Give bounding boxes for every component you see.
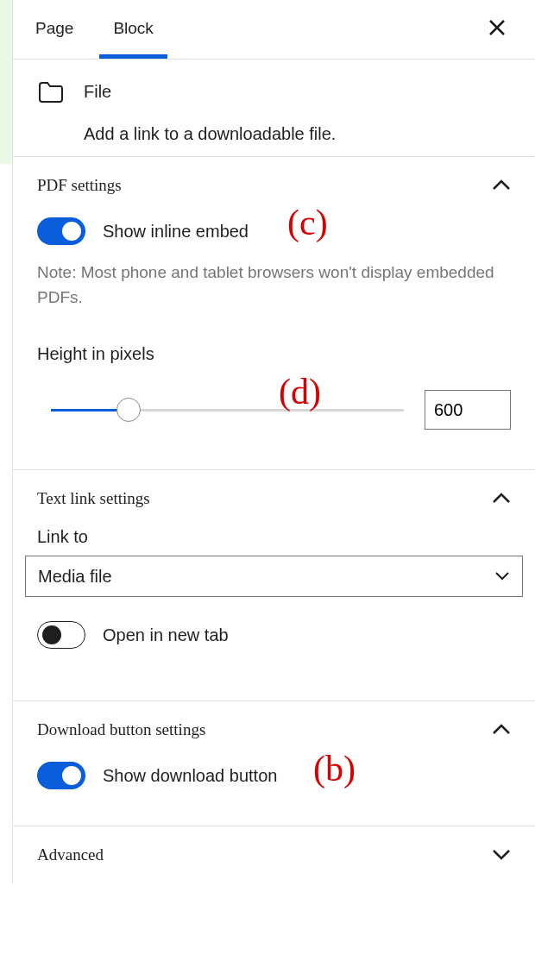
close-icon [488,19,506,36]
chevron-up-icon [492,179,511,192]
panel-text-link-settings: Text link settings Link to Media file Op… [13,469,535,685]
block-header: File Add a link to a downloadable file. [13,60,535,156]
panel-header-pdf-settings[interactable]: PDF settings [13,157,535,214]
block-title: File [84,82,336,102]
panel-title: Advanced [37,845,104,864]
panel-header-advanced[interactable]: Advanced [13,826,535,883]
panel-title: PDF settings [37,176,122,195]
tab-page[interactable]: Page [35,10,73,59]
toggle-label: Show inline embed [103,222,249,242]
close-button[interactable] [482,12,513,57]
panel-header-text-link-settings[interactable]: Text link settings [13,470,535,527]
link-to-label: Link to [37,527,511,547]
chevron-up-icon [492,724,511,736]
panel-advanced: Advanced [13,826,535,883]
select-value: Media file [38,567,112,587]
pdf-note: Note: Most phone and tablet browsers won… [37,261,511,310]
annotation-d: (d) [279,371,321,412]
block-description: Add a link to a downloadable file. [84,124,336,144]
inspector-tabs: Page Block [13,0,535,60]
editor-left-strip [0,0,12,164]
chevron-down-icon [492,849,511,861]
panel-title: Text link settings [37,489,150,508]
file-block-icon [39,82,63,103]
panel-header-download-settings[interactable]: Download button settings [13,701,535,758]
toggle-open-new-tab[interactable] [37,621,85,649]
height-label: Height in pixels [37,344,511,364]
toggle-show-download-button[interactable] [37,762,85,789]
chevron-up-icon [492,493,511,505]
block-inspector-sidebar: Page Block File Add a link to a download… [12,0,535,883]
toggle-label: Open in new tab [103,625,229,645]
panel-title: Download button settings [37,720,205,739]
chevron-down-icon [494,571,510,581]
link-to-select[interactable]: Media file [25,556,523,597]
panel-pdf-settings: PDF settings Show inline embed (c) Note:… [13,156,535,454]
toggle-label: Show download button [103,766,277,786]
panel-download-settings: Download button settings Show download b… [13,700,535,826]
tab-block[interactable]: Block [113,10,153,59]
height-slider[interactable] [51,409,404,411]
height-input[interactable] [425,390,511,430]
toggle-show-inline-embed[interactable] [37,217,85,245]
